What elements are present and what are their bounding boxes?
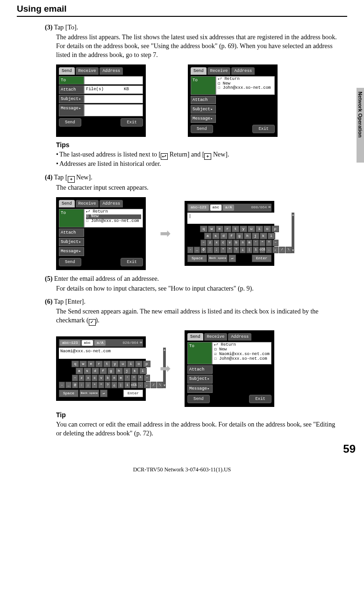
backspace-key[interactable]: Back space: [79, 390, 99, 397]
key-x[interactable]: x: [214, 240, 220, 246]
tab-send[interactable]: Send: [59, 200, 75, 207]
key-d[interactable]: d: [92, 368, 99, 374]
send-button[interactable]: Send: [187, 395, 210, 403]
key-@[interactable]: @: [72, 382, 78, 388]
key-e[interactable]: e: [87, 361, 95, 367]
key-o[interactable]: o: [135, 361, 143, 367]
key-cCß[interactable]: cCß: [131, 382, 137, 388]
label-subject[interactable]: Subject: [187, 375, 213, 383]
key-~[interactable]: ~: [72, 375, 78, 381]
key-@[interactable]: @: [200, 247, 207, 253]
label-subject[interactable]: Subject: [191, 105, 216, 114]
field-message[interactable]: [84, 104, 143, 116]
key-~[interactable]: ~: [272, 240, 278, 246]
tab-address[interactable]: Address: [100, 67, 123, 75]
key-q[interactable]: q: [71, 361, 79, 367]
label-attach[interactable]: Attach: [191, 96, 216, 104]
mode-abc[interactable]: abc: [82, 340, 93, 346]
label-subject[interactable]: Subject: [59, 95, 84, 103]
key-|[interactable]: |: [118, 382, 124, 388]
text-input[interactable]: |: [187, 213, 292, 224]
text-input[interactable]: Naomi@xxx.so-net.com: [59, 348, 163, 359]
return-key[interactable]: ↵: [100, 390, 107, 397]
key-l[interactable]: l: [268, 233, 275, 239]
key-s[interactable]: s: [84, 368, 91, 374]
key-a[interactable]: a: [204, 233, 212, 239]
key--[interactable]: -: [59, 382, 65, 388]
label-message[interactable]: Message: [191, 114, 216, 123]
tab-address[interactable]: Address: [231, 67, 255, 75]
key-t[interactable]: t: [103, 361, 111, 367]
mode-toggle[interactable]: abc↔123: [60, 340, 80, 346]
key-o[interactable]: o: [264, 226, 271, 232]
item-address[interactable]: ☐ John@xxx.so-net.com: [86, 219, 141, 224]
key-j[interactable]: j: [252, 233, 259, 239]
key-\[interactable]: \: [285, 247, 292, 253]
key-"[interactable]: ": [131, 375, 137, 381]
address-dropdown[interactable]: ⮐ Return ◻ New ☐ John@xxx.so-net.com: [216, 76, 275, 95]
key-,[interactable]: ,: [144, 382, 150, 388]
tab-receive[interactable]: Receive: [76, 200, 99, 207]
key-_[interactable]: _: [65, 382, 71, 388]
tab-address[interactable]: Address: [100, 200, 123, 207]
backspace-key[interactable]: Back space: [208, 255, 228, 262]
key-h[interactable]: h: [115, 368, 123, 374]
mode-case[interactable]: a/A: [94, 340, 106, 346]
key-k[interactable]: k: [260, 233, 267, 239]
key-"[interactable]: ": [98, 382, 104, 388]
key-.[interactable]: .: [266, 247, 272, 253]
field-to[interactable]: [84, 76, 143, 85]
key-r[interactable]: r: [95, 361, 103, 367]
key-e[interactable]: e: [216, 226, 223, 232]
key-g[interactable]: g: [236, 233, 243, 239]
key-p[interactable]: p: [143, 361, 150, 367]
key-?[interactable]: ?: [233, 247, 239, 253]
key-j[interactable]: j: [123, 368, 131, 374]
send-button[interactable]: Send: [191, 125, 213, 133]
key-*[interactable]: *: [220, 247, 226, 253]
key-a[interactable]: a: [76, 368, 83, 374]
key-~[interactable]: ~: [200, 240, 207, 246]
key-.[interactable]: .: [137, 382, 143, 388]
key-r[interactable]: r: [224, 226, 231, 232]
key-m[interactable]: m: [246, 240, 252, 246]
send-button[interactable]: Send: [59, 258, 81, 266]
label-to[interactable]: To: [59, 76, 84, 85]
key-:[interactable]: :: [207, 247, 213, 253]
mode-case[interactable]: a/A: [223, 205, 234, 211]
label-to[interactable]: To: [191, 76, 216, 95]
key-z[interactable]: z: [79, 375, 85, 381]
key-_[interactable]: _: [194, 247, 200, 253]
key-f[interactable]: f: [228, 233, 236, 239]
exit-button[interactable]: Exit: [249, 395, 271, 403]
key-i[interactable]: i: [253, 247, 259, 253]
space-key[interactable]: Space: [59, 390, 79, 397]
enter-key[interactable]: Enter: [252, 255, 271, 262]
key-:[interactable]: :: [79, 382, 85, 388]
address-dropdown[interactable]: ⮐ Return ◻ New ☑ Naomi@xxx.so-net.com ☐ …: [212, 342, 271, 364]
key-w[interactable]: w: [208, 226, 215, 232]
key-i[interactable]: i: [127, 361, 135, 367]
tab-send[interactable]: Send: [59, 67, 75, 75]
key-i[interactable]: i: [256, 226, 263, 232]
key-w[interactable]: w: [79, 361, 87, 367]
key-x[interactable]: x: [85, 375, 91, 381]
key-t[interactable]: t: [232, 226, 239, 232]
key-y[interactable]: y: [240, 226, 247, 232]
key-k[interactable]: k: [131, 368, 139, 374]
label-to[interactable]: To: [59, 209, 84, 228]
key-b[interactable]: b: [105, 375, 111, 381]
item-address[interactable]: ☐ John@xxx.so-net.com: [214, 357, 270, 362]
key-y[interactable]: y: [111, 361, 119, 367]
key-u[interactable]: u: [248, 226, 255, 232]
label-to[interactable]: To: [187, 342, 212, 364]
label-attach[interactable]: Attach: [59, 228, 84, 237]
exit-button[interactable]: Exit: [252, 125, 275, 133]
key-m[interactable]: m: [118, 375, 124, 381]
exit-button[interactable]: Exit: [121, 118, 143, 127]
key-d[interactable]: d: [220, 233, 228, 239]
key-v[interactable]: v: [227, 240, 233, 246]
key-\[interactable]: \: [157, 382, 163, 388]
tab-send[interactable]: Send: [191, 67, 207, 75]
scrollbar[interactable]: ▲▼: [292, 213, 294, 253]
